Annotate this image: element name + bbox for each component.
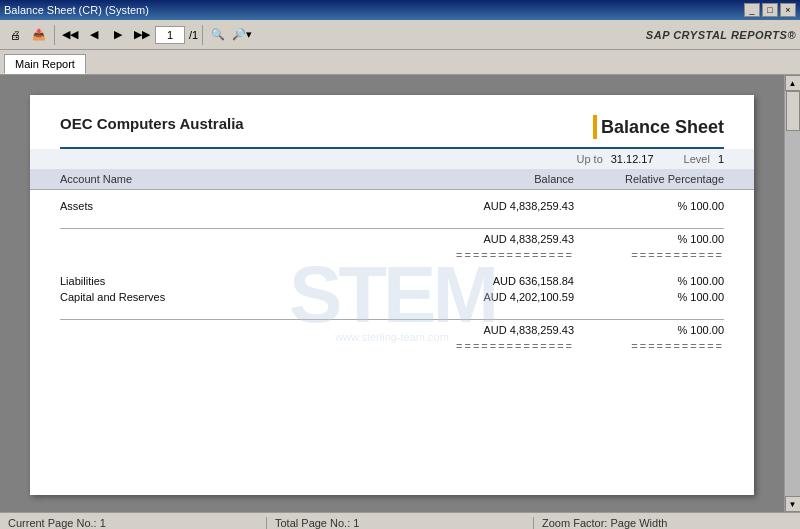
next-page-button[interactable]: ▶	[107, 24, 129, 46]
col-pct: Relative Percentage	[584, 173, 724, 185]
first-page-button[interactable]: ◀◀	[59, 24, 81, 46]
title-accent-bar	[593, 115, 597, 139]
report-header: OEC Computers Australia Balance Sheet	[60, 115, 724, 149]
equals-pct-1: ===========	[584, 249, 724, 261]
report-page: STEM www.sterling-team.com OEC Computers…	[30, 95, 754, 495]
row-label-lc-sub	[60, 324, 424, 336]
scrollbar-vertical[interactable]: ▲ ▼	[784, 75, 800, 512]
table-row: AUD 4,838,259.43 % 100.00	[60, 228, 724, 247]
equals-balance-1: ==============	[424, 249, 584, 261]
table-row: Liabilities AUD 636,158.84 % 100.00	[60, 273, 724, 289]
meta-upto: Up to 31.12.17	[576, 153, 653, 165]
toolbar-separator-2	[202, 25, 203, 45]
col-account-name: Account Name	[60, 173, 424, 185]
close-button[interactable]: ×	[780, 3, 796, 17]
equals-row-2: ============== ===========	[60, 338, 724, 354]
sap-branding: SAP CRYSTAL REPORTS®	[646, 29, 796, 41]
search-button[interactable]: 🔍	[207, 24, 229, 46]
table-row: Assets AUD 4,838,259.43 % 100.00	[60, 198, 724, 214]
data-section: Assets AUD 4,838,259.43 % 100.00 AUD 4,8…	[60, 198, 724, 354]
row-label-capital: Capital and Reserves	[60, 291, 424, 303]
status-bar: Current Page No.: 1 Total Page No.: 1 Zo…	[0, 512, 800, 529]
row-label-liabilities: Liabilities	[60, 275, 424, 287]
last-page-button[interactable]: ▶▶	[131, 24, 153, 46]
row-balance-capital: AUD 4,202,100.59	[424, 291, 584, 303]
meta-upto-label: Up to	[576, 153, 602, 165]
report-title: Balance Sheet	[601, 117, 724, 138]
report-meta: Up to 31.12.17 Level 1	[30, 149, 754, 169]
meta-level: Level 1	[684, 153, 724, 165]
export-button[interactable]: 📤	[28, 24, 50, 46]
row-pct-liabilities: % 100.00	[584, 275, 724, 287]
meta-upto-value: 31.12.17	[611, 153, 654, 165]
print-button[interactable]: 🖨	[4, 24, 26, 46]
report-title-block: Balance Sheet	[593, 115, 724, 139]
row-pct-capital: % 100.00	[584, 291, 724, 303]
row-balance-assets: AUD 4,838,259.43	[424, 200, 584, 212]
page-total-label: /1	[189, 29, 198, 41]
status-total-pages: Total Page No.: 1	[267, 517, 534, 529]
toolbar-separator-1	[54, 25, 55, 45]
equals-pct-2: ===========	[584, 340, 724, 352]
tab-bar: Main Report	[0, 50, 800, 74]
title-bar: Balance Sheet (CR) (System) _ □ ×	[0, 0, 800, 20]
row-pct-assets: % 100.00	[584, 200, 724, 212]
scrollbar-track[interactable]	[785, 91, 800, 496]
status-current-page: Current Page No.: 1	[0, 517, 267, 529]
row-pct-lc-sub: % 100.00	[584, 324, 724, 336]
row-balance-assets-sub: AUD 4,838,259.43	[424, 233, 584, 245]
zoom-button[interactable]: 🔎▾	[231, 24, 253, 46]
window-title: Balance Sheet (CR) (System)	[4, 4, 149, 16]
equals-balance-2: ==============	[424, 340, 584, 352]
company-name: OEC Computers Australia	[60, 115, 244, 132]
scroll-down-button[interactable]: ▼	[785, 496, 801, 512]
equals-spacer-2	[60, 340, 424, 352]
meta-level-value: 1	[718, 153, 724, 165]
scrollbar-thumb[interactable]	[786, 91, 800, 131]
minimize-button[interactable]: _	[744, 3, 760, 17]
status-zoom: Zoom Factor: Page Width	[534, 517, 800, 529]
section-gap-3	[60, 305, 724, 315]
section-gap-2	[60, 263, 724, 273]
prev-page-button[interactable]: ◀	[83, 24, 105, 46]
row-pct-assets-sub: % 100.00	[584, 233, 724, 245]
content-area: STEM www.sterling-team.com OEC Computers…	[0, 74, 800, 512]
row-balance-liabilities: AUD 636,158.84	[424, 275, 584, 287]
tab-main-report[interactable]: Main Report	[4, 54, 86, 74]
row-label-assets: Assets	[60, 200, 424, 212]
col-balance: Balance	[424, 173, 584, 185]
scroll-up-button[interactable]: ▲	[785, 75, 801, 91]
window-controls[interactable]: _ □ ×	[744, 3, 796, 17]
table-row: AUD 4,838,259.43 % 100.00	[60, 319, 724, 338]
toolbar: 🖨 📤 ◀◀ ◀ ▶ ▶▶ 1 /1 🔍 🔎▾ SAP CRYSTAL REPO…	[0, 20, 800, 50]
row-balance-lc-sub: AUD 4,838,259.43	[424, 324, 584, 336]
maximize-button[interactable]: □	[762, 3, 778, 17]
equals-spacer-1	[60, 249, 424, 261]
section-gap-1	[60, 214, 724, 224]
page-number-input[interactable]: 1	[155, 26, 185, 44]
row-label-assets-sub	[60, 233, 424, 245]
meta-level-label: Level	[684, 153, 710, 165]
table-row: Capital and Reserves AUD 4,202,100.59 % …	[60, 289, 724, 305]
equals-row-1: ============== ===========	[60, 247, 724, 263]
column-headers: Account Name Balance Relative Percentage	[30, 169, 754, 190]
